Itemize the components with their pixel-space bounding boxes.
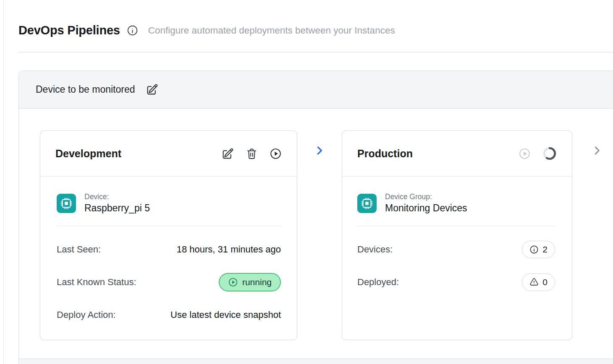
development-card-body: Device: Raspberry_pi 5 Last Seen: 18 hou… <box>40 177 297 324</box>
pipeline-canvas: Development <box>19 109 613 359</box>
page-header: DevOps Pipelines Configure automated dep… <box>18 23 395 37</box>
production-card-header: Production <box>342 131 572 177</box>
warning-triangle-icon <box>529 278 539 287</box>
devices-count: 2 <box>542 244 548 255</box>
production-title: Production <box>357 148 413 160</box>
last-seen-row: Last Seen: 18 hours, 31 minutes ago <box>57 240 281 259</box>
production-card-body: Device Group: Monitoring Devices Devices… <box>342 177 572 291</box>
chevron-right-icon-blue <box>297 130 342 157</box>
devops-pipelines-page: DevOps Pipelines Configure automated dep… <box>0 0 613 364</box>
production-actions <box>519 146 557 161</box>
last-seen-label: Last Seen: <box>57 244 101 255</box>
status-text: running <box>242 277 272 287</box>
device-group-name: Monitoring Devices <box>385 203 467 214</box>
devices-count-pill[interactable]: 2 <box>522 241 555 258</box>
device-group-meta: Device Group: Monitoring Devices <box>385 192 467 214</box>
device-meta: Device: Raspberry_pi 5 <box>84 192 150 214</box>
play-circle-icon <box>270 148 282 160</box>
layout-divider <box>3 0 4 364</box>
edit-pipeline-button[interactable] <box>146 83 158 96</box>
info-icon[interactable] <box>127 25 138 36</box>
spinner-icon <box>542 146 557 161</box>
device-row: Device: Raspberry_pi 5 <box>57 192 281 214</box>
info-circle-icon <box>529 245 539 254</box>
device-label: Device: <box>84 192 150 201</box>
edit-icon <box>222 148 234 160</box>
edit-icon <box>146 83 158 96</box>
device-group-row: Device Group: Monitoring Devices <box>357 192 555 214</box>
cpu-chip-icon <box>357 194 377 213</box>
deployed-label: Deployed: <box>357 277 399 288</box>
play-circle-icon <box>228 277 238 287</box>
pipeline-panel: Device to be monitored Development <box>18 70 613 364</box>
cpu-chip-icon <box>57 194 76 213</box>
page-title: DevOps Pipelines <box>18 23 120 37</box>
info-circle-icon <box>127 25 138 36</box>
development-card-header: Development <box>40 131 297 177</box>
play-circle-icon <box>519 148 531 160</box>
delete-stage-button[interactable] <box>246 148 258 160</box>
development-title: Development <box>55 148 121 160</box>
panel-header: Device to be monitored <box>19 71 613 109</box>
header-divider <box>18 52 613 52</box>
last-seen-value: 18 hours, 31 minutes ago <box>177 244 281 255</box>
chevron-right-icon <box>591 144 603 157</box>
edit-stage-button[interactable] <box>222 148 234 160</box>
deployed-count: 0 <box>542 277 548 287</box>
page-subtitle: Configure automated deployments between … <box>148 25 395 36</box>
device-group-label: Device Group: <box>385 192 467 201</box>
deployed-row: Deployed: 0 <box>357 273 555 291</box>
status-label: Last Known Status: <box>57 277 136 288</box>
run-stage-button[interactable] <box>270 148 282 160</box>
development-actions <box>222 148 282 160</box>
trash-icon <box>246 148 258 160</box>
deploy-action-label: Deploy Action: <box>57 309 116 320</box>
production-card: Production <box>342 130 572 340</box>
next-stage-button[interactable] <box>588 130 606 157</box>
status-badge: running <box>219 273 281 291</box>
devices-row: Devices: 2 <box>357 240 555 259</box>
device-name: Raspberry_pi 5 <box>84 203 150 214</box>
deploy-action-value: Use latest device snapshot <box>170 309 281 320</box>
deploy-action-row: Deploy Action: Use latest device snapsho… <box>57 306 281 324</box>
development-card: Development <box>40 130 297 340</box>
deployed-count-pill[interactable]: 0 <box>522 273 555 291</box>
status-row: Last Known Status: running <box>57 273 281 291</box>
run-stage-button-disabled[interactable] <box>519 148 531 160</box>
devices-label: Devices: <box>357 244 393 255</box>
panel-footer <box>19 359 613 364</box>
panel-title: Device to be monitored <box>36 84 135 95</box>
card-divider <box>357 226 555 226</box>
card-divider <box>57 226 281 226</box>
